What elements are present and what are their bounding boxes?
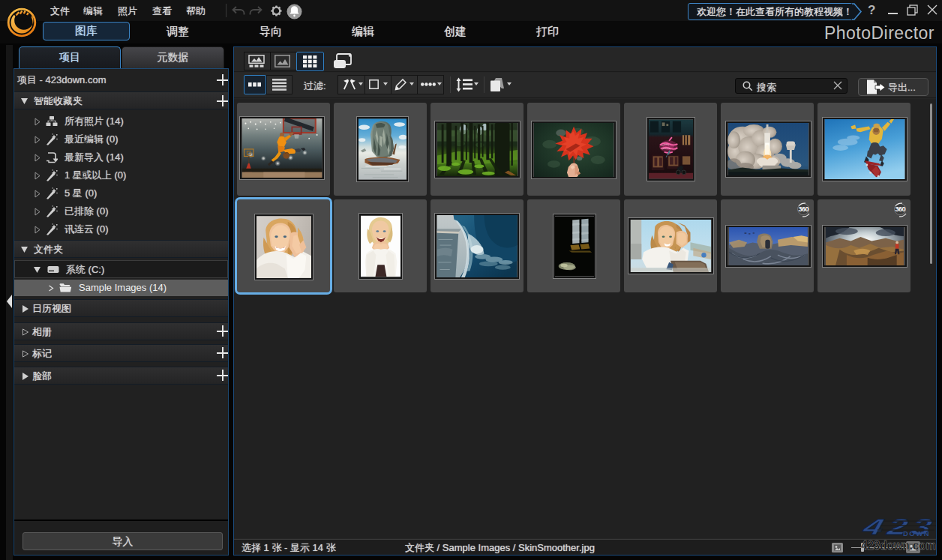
svg-text:423down.com: 423down.com xyxy=(861,539,936,552)
svg-text:DOWN: DOWN xyxy=(903,529,930,538)
